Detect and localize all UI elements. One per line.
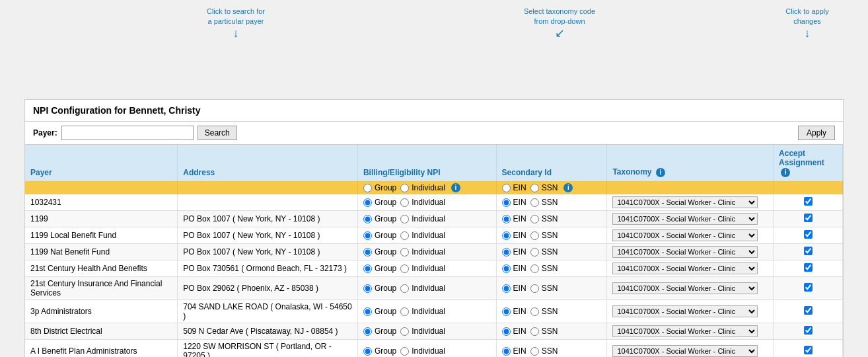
- subheader-accept-cell: [774, 181, 843, 194]
- taxonomy-select[interactable]: 1041C0700X - Social Worker - Clinic: [612, 345, 758, 357]
- secondary-ssn-radio[interactable]: [530, 215, 539, 223]
- billing-group-radio[interactable]: [363, 327, 372, 336]
- secondary-ein-radio[interactable]: [502, 248, 511, 257]
- billing-individual-radio[interactable]: [400, 198, 409, 207]
- taxonomy-select[interactable]: 1041C0700X - Social Worker - Clinic: [612, 246, 758, 258]
- billing-group-radio[interactable]: [363, 307, 372, 316]
- secondary-ein-radio[interactable]: [502, 231, 511, 240]
- secondary-info-icon[interactable]: i: [563, 183, 573, 192]
- col-header-secondary: Secondary Id: [496, 145, 607, 181]
- secondary-ein-radio[interactable]: [502, 284, 511, 293]
- header-secondary-ssn-radio[interactable]: [530, 184, 539, 192]
- billing-group-radio[interactable]: [363, 264, 372, 273]
- cell-secondary: EIN SSN: [496, 323, 607, 340]
- secondary-ssn-radio[interactable]: [530, 231, 539, 240]
- cell-taxonomy: 1041C0700X - Social Worker - Clinic: [607, 260, 774, 277]
- cell-secondary: EIN SSN: [496, 340, 607, 358]
- billing-individual-radio[interactable]: [400, 264, 409, 273]
- billing-individual-radio[interactable]: [400, 231, 409, 240]
- header-secondary-ein-label: EIN: [513, 183, 526, 192]
- billing-individual-radio[interactable]: [400, 284, 409, 293]
- taxonomy-select[interactable]: 1041C0700X - Social Worker - Clinic: [612, 262, 758, 274]
- cell-taxonomy: 1041C0700X - Social Worker - Clinic: [607, 277, 774, 300]
- accept-checkbox[interactable]: [804, 197, 813, 206]
- table-row: 21st Century Health And BenefitsPO Box 7…: [25, 260, 843, 277]
- taxonomy-select[interactable]: 1041C0700X - Social Worker - Clinic: [612, 229, 758, 241]
- billing-group-radio[interactable]: [363, 231, 372, 240]
- billing-individual-radio[interactable]: [400, 327, 409, 336]
- col-header-payer: Payer: [25, 145, 178, 181]
- payer-input[interactable]: [61, 126, 194, 140]
- billing-individual-radio[interactable]: [400, 248, 409, 257]
- subheader-address-cell: [178, 181, 358, 194]
- cell-secondary: EIN SSN: [496, 244, 607, 260]
- taxonomy-select[interactable]: 1041C0700X - Social Worker - Clinic: [612, 196, 758, 208]
- secondary-ein-radio[interactable]: [502, 215, 511, 223]
- taxonomy-select[interactable]: 1041C0700X - Social Worker - Clinic: [612, 282, 758, 294]
- taxonomy-select[interactable]: 1041C0700X - Social Worker - Clinic: [612, 305, 758, 317]
- taxonomy-info-icon[interactable]: i: [656, 168, 665, 177]
- secondary-ssn-radio[interactable]: [530, 248, 539, 257]
- header-secondary-ssn-label: SSN: [542, 183, 558, 192]
- table-row: 1199PO Box 1007 ( New York, NY - 10108 )…: [25, 211, 843, 227]
- header-billing-individual-radio[interactable]: [400, 184, 409, 192]
- accept-checkbox[interactable]: [804, 283, 813, 292]
- billing-individual-radio[interactable]: [400, 215, 409, 223]
- billing-individual-radio[interactable]: [400, 347, 409, 356]
- cell-taxonomy: 1041C0700X - Social Worker - Clinic: [607, 227, 774, 244]
- cell-taxonomy: 1041C0700X - Social Worker - Clinic: [607, 323, 774, 340]
- table-row: 1199 Local Benefit FundPO Box 1007 ( New…: [25, 227, 843, 244]
- header-billing-individual-label: Individual: [412, 183, 445, 192]
- cell-payer: 21st Century Insurance And Financial Ser…: [25, 277, 178, 300]
- billing-group-radio[interactable]: [363, 198, 372, 207]
- accept-checkbox[interactable]: [804, 306, 813, 315]
- secondary-ssn-radio[interactable]: [530, 307, 539, 316]
- billing-info-icon[interactable]: i: [451, 183, 460, 192]
- main-container: NPI Configuration for Bennett, Christy P…: [24, 99, 844, 357]
- billing-group-radio[interactable]: [363, 248, 372, 257]
- secondary-ein-radio[interactable]: [502, 307, 511, 316]
- subheader-payer-cell: [25, 181, 178, 194]
- subheader-secondary-cell: EIN SSN i: [496, 181, 607, 194]
- payer-label: Payer:: [33, 128, 57, 138]
- billing-group-radio[interactable]: [363, 347, 372, 356]
- apply-button[interactable]: Apply: [798, 126, 835, 140]
- search-button[interactable]: Search: [198, 126, 237, 140]
- col-header-accept: Accept Assignment i: [774, 145, 843, 181]
- secondary-ssn-radio[interactable]: [530, 327, 539, 336]
- header-billing-group-radio[interactable]: [363, 184, 372, 192]
- cell-billing: Group Individual: [357, 244, 496, 260]
- cell-secondary: EIN SSN: [496, 260, 607, 277]
- cell-address: PO Box 730561 ( Ormond Beach, FL - 32173…: [178, 260, 358, 277]
- cell-taxonomy: 1041C0700X - Social Worker - Clinic: [607, 211, 774, 227]
- cell-billing: Group Individual: [357, 194, 496, 211]
- secondary-ein-radio[interactable]: [502, 347, 511, 356]
- cell-address: PO Box 1007 ( New York, NY - 10108 ): [178, 227, 358, 244]
- accept-checkbox[interactable]: [804, 326, 813, 335]
- accept-checkbox[interactable]: [804, 214, 813, 222]
- billing-individual-radio[interactable]: [400, 307, 409, 316]
- accept-checkbox[interactable]: [804, 346, 813, 354]
- secondary-ssn-radio[interactable]: [530, 264, 539, 273]
- accept-checkbox[interactable]: [804, 263, 813, 272]
- cell-billing: Group Individual: [357, 277, 496, 300]
- cell-address: PO Box 29062 ( Phoenix, AZ - 85038 ): [178, 277, 358, 300]
- secondary-ssn-radio[interactable]: [530, 347, 539, 356]
- npi-table: Payer Address Billing/Eligibility NPI Se…: [25, 145, 843, 357]
- secondary-ein-radio[interactable]: [502, 198, 511, 207]
- accept-info-icon[interactable]: i: [781, 168, 790, 177]
- accept-checkbox[interactable]: [804, 247, 813, 255]
- secondary-ssn-radio[interactable]: [530, 284, 539, 293]
- table-container: Payer Address Billing/Eligibility NPI Se…: [25, 145, 843, 357]
- accept-checkbox[interactable]: [804, 230, 813, 239]
- billing-group-radio[interactable]: [363, 284, 372, 293]
- header-secondary-ein-radio[interactable]: [502, 184, 511, 192]
- taxonomy-select[interactable]: 1041C0700X - Social Worker - Clinic: [612, 213, 758, 225]
- apply-btn-container: Apply: [798, 126, 835, 140]
- cell-billing: Group Individual: [357, 340, 496, 358]
- billing-group-radio[interactable]: [363, 215, 372, 223]
- taxonomy-select[interactable]: 1041C0700X - Social Worker - Clinic: [612, 325, 758, 337]
- secondary-ein-radio[interactable]: [502, 264, 511, 273]
- secondary-ssn-radio[interactable]: [530, 198, 539, 207]
- secondary-ein-radio[interactable]: [502, 327, 511, 336]
